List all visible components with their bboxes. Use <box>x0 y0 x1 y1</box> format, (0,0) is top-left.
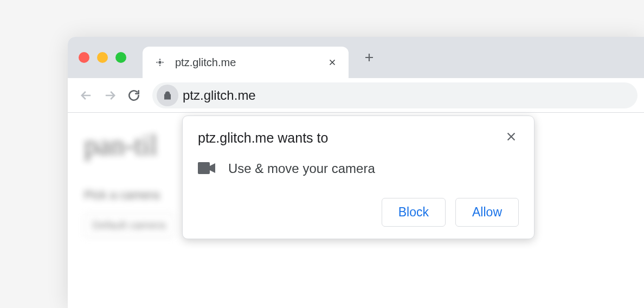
minimize-window-button[interactable] <box>97 52 108 63</box>
lock-icon <box>163 90 172 101</box>
svg-point-0 <box>159 61 161 63</box>
browser-tab[interactable]: ptz.glitch.me <box>143 47 349 78</box>
address-bar[interactable]: ptz.glitch.me <box>152 82 637 108</box>
maximize-window-button[interactable] <box>115 52 126 63</box>
new-tab-button[interactable] <box>359 48 379 67</box>
permission-prompt: ptz.glitch.me wants to Use & move your c… <box>182 116 534 239</box>
prompt-title: ptz.glitch.me wants to <box>198 130 328 146</box>
allow-button[interactable]: Allow <box>455 198 519 227</box>
reload-button[interactable] <box>122 84 146 107</box>
camera-icon <box>198 162 215 175</box>
svg-rect-1 <box>165 94 171 99</box>
close-prompt-button[interactable] <box>504 129 519 144</box>
close-tab-button[interactable] <box>327 57 338 68</box>
svg-rect-2 <box>198 162 210 174</box>
prompt-permission-text: Use & move your camera <box>228 161 375 176</box>
url-text: ptz.glitch.me <box>183 88 256 103</box>
tab-strip: ptz.glitch.me <box>68 37 644 78</box>
back-button[interactable] <box>74 84 98 107</box>
window-controls <box>79 52 126 63</box>
forward-button[interactable] <box>98 84 122 107</box>
camera-select[interactable]: Default camera <box>84 213 174 238</box>
toolbar: ptz.glitch.me <box>68 78 644 113</box>
site-info-button[interactable] <box>157 85 178 106</box>
tab-title: ptz.glitch.me <box>175 56 327 69</box>
close-window-button[interactable] <box>79 52 89 63</box>
move-icon <box>153 56 166 69</box>
block-button[interactable]: Block <box>382 198 446 227</box>
